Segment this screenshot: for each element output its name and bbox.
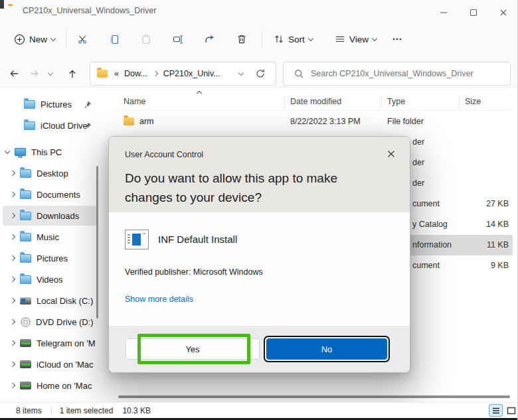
sidebar-item-this-pc[interactable]: This PC [3,142,96,162]
sidebar-item-pictures-pinned[interactable]: Pictures [3,94,96,114]
minimize-button[interactable] [432,6,455,19]
cut-icon [77,34,88,44]
forward-arrow-icon [29,68,40,79]
sidebar-item-documents[interactable]: Documents [3,184,96,204]
large-icons-view-toggle[interactable] [504,404,518,417]
uac-dialog: User Account Control Do you want to allo… [108,136,410,373]
chevron-right-icon[interactable] [10,171,15,176]
file-type-partial: nformation [412,240,452,249]
sidebar-item-icloud-drive-pinned[interactable]: iCloud Drive [3,115,96,135]
chevron-right-icon[interactable] [10,213,15,218]
paste-icon-disabled [141,34,151,44]
paste-button[interactable] [136,29,156,49]
sidebar-item-videos[interactable]: Videos [3,269,96,289]
back-button[interactable] [5,65,23,82]
column-separator[interactable] [459,95,460,109]
search-icon [294,69,304,79]
maximize-button[interactable] [462,6,485,19]
sidebar-item-desktop[interactable]: Desktop [3,163,96,183]
sort-ascending-caret-icon [197,91,202,96]
sidebar-item-label: Videos [37,275,63,285]
local-disk-icon [20,297,31,305]
view-button[interactable]: View [329,29,382,49]
file-size: 14 KB [458,220,509,229]
up-button[interactable] [64,65,81,82]
breadcrumb-overflow[interactable]: « [114,69,119,78]
pin-icon [84,121,92,130]
chevron-right-icon[interactable] [10,192,15,197]
window-edge-artifact [0,0,4,9]
new-button[interactable]: New [9,29,60,49]
sort-button[interactable]: Sort [268,29,318,49]
sort-label: Sort [288,35,305,44]
sidebar-item-home-mac[interactable]: Home on 'Mac [3,376,96,395]
chevron-down-icon [372,35,377,40]
chevron-right-icon[interactable] [10,383,15,388]
chevron-right-icon[interactable] [10,234,15,240]
column-header-type[interactable]: Type [387,93,405,110]
breadcrumb: « Dow... CP210x_Univ... [90,62,276,86]
delete-button[interactable] [232,29,252,49]
chevron-right-icon[interactable] [10,255,15,261]
column-separator[interactable] [284,95,285,109]
up-arrow-icon [67,68,78,80]
file-explorer-window: CP210x_Universal_Windows_Driver New Sort [0,0,518,420]
show-more-details-link[interactable]: Show more details [125,295,193,304]
breadcrumb-item-current[interactable]: CP210x_Univ... [163,69,220,78]
file-size: 9 KB [458,261,509,270]
downloads-folder-icon [20,212,31,220]
chevron-right-icon [152,71,157,76]
details-view-toggle[interactable] [489,404,503,417]
plus-circle-icon [14,34,25,45]
chevron-right-icon[interactable] [10,340,15,346]
cut-button[interactable] [72,29,92,49]
rename-button[interactable] [168,29,188,49]
desktop-folder-icon [20,169,31,178]
column-separator[interactable] [381,95,382,109]
back-arrow-icon [9,68,20,79]
chevron-right-icon[interactable] [10,362,15,367]
horizontal-scrollbar[interactable] [118,395,510,398]
chevron-expanded-icon[interactable] [5,148,10,153]
forward-button[interactable] [25,65,43,82]
sidebar-item-label: Telegram on 'M [37,338,95,348]
uac-close-button[interactable] [382,145,400,163]
chevron-right-icon[interactable] [10,298,15,303]
sidebar-item-pictures[interactable]: Pictures [3,248,96,268]
chevron-right-icon[interactable] [10,319,15,324]
minimize-icon [438,7,449,18]
refresh-button[interactable] [255,68,266,79]
sidebar-item-icloud-drive-mac[interactable]: iCloud on 'Mac [3,354,96,374]
copy-button[interactable] [104,29,124,49]
videos-folder-icon [20,275,31,284]
column-header-size[interactable]: Size [465,93,481,110]
share-button[interactable] [200,29,220,49]
column-header-date-modified[interactable]: Date modified [290,93,341,110]
sidebar-item-label: Music [37,232,59,242]
recent-locations-button[interactable] [44,65,57,82]
sidebar-item-downloads[interactable]: Downloads [3,206,96,226]
uac-publisher-line: Verified publisher: Microsoft Windows [125,267,263,277]
sidebar-item-label: DVD Drive (D:) ( [36,317,96,327]
uac-app-name: INF Default Install [158,234,237,245]
sidebar-item-music[interactable]: Music [3,227,96,247]
address-dropdown-icon[interactable] [238,70,243,75]
chevron-right-icon[interactable] [10,277,15,282]
yes-button[interactable]: Yes [126,338,260,360]
sidebar-item-telegram-drive[interactable]: Telegram on 'M [3,333,96,353]
close-button[interactable] [492,6,515,19]
more-options-button[interactable] [387,29,408,49]
no-button[interactable]: No [266,338,387,360]
selection-size-text: 10.3 KB [122,406,151,415]
file-row-arm[interactable]: arm 8/22/2022 3:13 PM File folder [113,111,513,132]
search-input[interactable]: Search CP210x_Universal_Windows_Driver [283,62,511,86]
file-type-partial: der [412,178,424,188]
close-icon [498,7,509,18]
file-size: 11 KB [458,240,509,249]
sidebar-item-label: Desktop [37,169,68,178]
sidebar-item-local-disk-c[interactable]: Local Disk (C:) [3,291,96,311]
sidebar-item-dvd-drive-d[interactable]: DVD Drive (D:) ( [3,312,96,332]
sidebar-scrollbar[interactable] [96,166,98,318]
breadcrumb-item-downloads[interactable]: Dow... [124,69,147,78]
column-header-name[interactable]: Name [124,93,145,110]
